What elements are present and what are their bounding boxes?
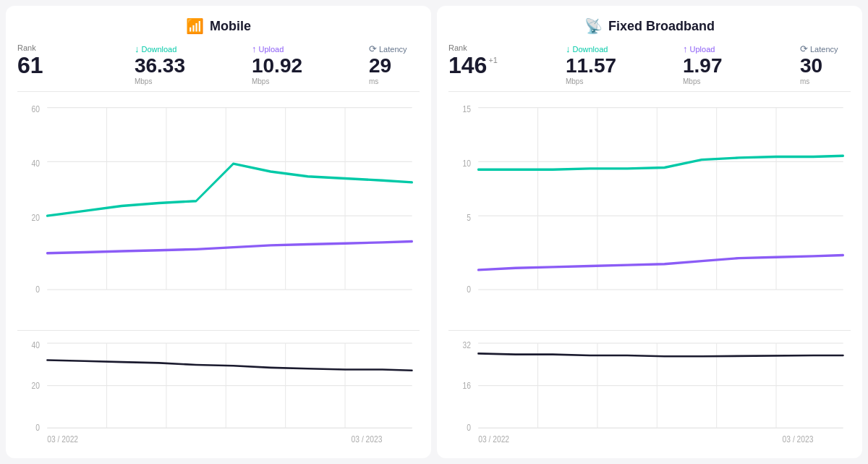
broadband-speed-svg: 15 10 5 0 [448, 98, 851, 324]
broadband-download-unit: Mbps [566, 77, 583, 85]
svg-text:16: 16 [462, 379, 471, 389]
broadband-latency-label: ⟳ Latency [800, 43, 838, 54]
mobile-rank: Rank 61 [17, 43, 68, 77]
upload-arrow-icon: ↑ [252, 43, 257, 54]
mobile-latency-label: ⟳ Latency [369, 43, 407, 54]
svg-text:60: 60 [31, 104, 40, 115]
broadband-upload-value: 1.97 [683, 56, 723, 76]
broadband-latency: ⟳ Latency 30 ms [800, 43, 851, 85]
mobile-icon: 📶 [186, 17, 204, 35]
broadband-latency-chart: 32 16 0 03 / 2022 03 / 2023 [448, 330, 851, 447]
broadband-upload-unit: Mbps [683, 77, 700, 85]
mobile-speed-chart: 60 40 20 0 [17, 98, 420, 324]
svg-text:10: 10 [462, 158, 471, 169]
broadband-rank-label: Rank [448, 43, 467, 52]
broadband-download-label: ↓ Download [566, 43, 608, 54]
mobile-latency: ⟳ Latency 29 ms [369, 43, 420, 85]
broadband-latency-value: 30 [800, 56, 822, 76]
broadband-header: 📡 Fixed Broadband [448, 17, 851, 35]
broadband-latency-unit: ms [800, 77, 809, 85]
mobile-latency-svg: 40 20 0 03 / 2022 03 / 2023 [17, 334, 420, 447]
svg-text:32: 32 [462, 339, 470, 349]
download-arrow-icon: ↓ [135, 43, 140, 54]
broadband-latency-svg: 32 16 0 03 / 2022 03 / 2023 [448, 334, 851, 447]
mobile-rank-value: 61 [17, 54, 43, 77]
svg-text:03 / 2022: 03 / 2022 [478, 433, 509, 443]
svg-text:0: 0 [35, 422, 40, 432]
mobile-upload-label: ↑ Upload [252, 43, 284, 54]
svg-text:5: 5 [467, 212, 471, 224]
mobile-rank-label: Rank [17, 43, 36, 52]
mobile-latency-value: 29 [369, 56, 391, 76]
mobile-upload-unit: Mbps [252, 77, 269, 85]
mobile-upload-value: 10.92 [252, 56, 302, 76]
svg-text:40: 40 [31, 339, 40, 349]
broadband-upload: ↑ Upload 1.97 Mbps [683, 43, 733, 85]
broadband-download: ↓ Download 11.57 Mbps [566, 43, 616, 85]
mobile-title: Mobile [210, 19, 251, 34]
latency-arrow-icon: ⟳ [369, 43, 377, 54]
broadband-rank: Rank 146 +1 [448, 43, 499, 77]
wifi-icon: 📡 [584, 17, 603, 35]
broadband-upload-label: ↑ Upload [683, 43, 715, 54]
svg-text:20: 20 [31, 379, 40, 389]
mobile-speed-svg: 60 40 20 0 [17, 98, 420, 324]
broadband-panel: 📡 Fixed Broadband Rank 146 +1 ↓ Download… [437, 6, 862, 458]
bb-latency-arrow-icon: ⟳ [800, 43, 808, 54]
broadband-rank-superscript: +1 [488, 56, 498, 64]
mobile-download-unit: Mbps [135, 77, 152, 85]
mobile-stats-row: Rank 61 ↓ Download 36.33 Mbps ↑ Upload 1… [17, 41, 420, 92]
mobile-upload: ↑ Upload 10.92 Mbps [252, 43, 302, 85]
broadband-download-value: 11.57 [566, 56, 616, 76]
svg-text:03 / 2022: 03 / 2022 [47, 433, 78, 443]
svg-text:03 / 2023: 03 / 2023 [352, 433, 383, 443]
svg-text:20: 20 [31, 212, 40, 224]
bb-download-arrow-icon: ↓ [566, 43, 571, 54]
broadband-speed-chart: 15 10 5 0 [448, 98, 851, 324]
broadband-stats-row: Rank 146 +1 ↓ Download 11.57 Mbps ↑ Uplo… [448, 41, 851, 92]
broadband-title: Fixed Broadband [608, 19, 715, 34]
svg-text:0: 0 [467, 284, 471, 295]
svg-text:0: 0 [467, 422, 471, 432]
mobile-latency-chart: 40 20 0 03 / 2022 03 / 2023 [17, 330, 420, 447]
mobile-download: ↓ Download 36.33 Mbps [135, 43, 185, 85]
mobile-download-label: ↓ Download [135, 43, 176, 54]
bb-upload-arrow-icon: ↑ [683, 43, 688, 54]
svg-text:40: 40 [31, 158, 40, 169]
svg-text:03 / 2023: 03 / 2023 [783, 433, 814, 443]
mobile-panel: 📶 Mobile Rank 61 ↓ Download 36.33 Mbps ↑… [6, 6, 431, 458]
svg-text:0: 0 [35, 284, 40, 295]
mobile-latency-unit: ms [369, 77, 378, 85]
svg-text:15: 15 [462, 104, 471, 115]
broadband-rank-value: 146 +1 [448, 54, 498, 77]
mobile-header: 📶 Mobile [17, 17, 420, 35]
mobile-download-value: 36.33 [135, 56, 185, 76]
